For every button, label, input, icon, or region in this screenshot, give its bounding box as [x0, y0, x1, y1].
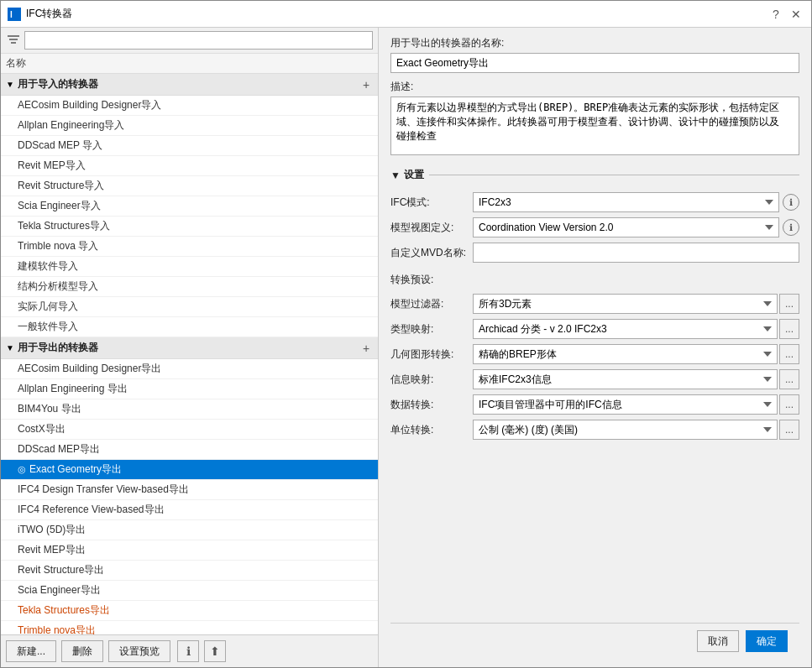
list-item[interactable]: Revit MEP导出 — [1, 540, 378, 561]
model-filter-more-button[interactable]: ... — [779, 294, 799, 314]
desc-textarea[interactable]: 所有元素以边界模型的方式导出(BREP)。BREP准确表达元素的实际形状，包括特… — [390, 97, 799, 155]
list-item[interactable]: AECosim Building Designer导出 — [1, 359, 378, 379]
dialog-footer: 取消 确定 — [390, 623, 799, 659]
list-item[interactable]: iTWO (5D)导出 — [1, 520, 378, 540]
left-bottom-toolbar: 新建... 删除 设置预览 ℹ ⬆ — [1, 634, 378, 667]
item-label: Allplan Engineering 导出 — [18, 382, 128, 396]
delete-button[interactable]: 删除 — [61, 640, 103, 662]
custom-mvd-input[interactable] — [473, 243, 799, 263]
model-view-label: 模型视图定义: — [390, 221, 466, 235]
list-item[interactable]: Revit Structure导入 — [1, 176, 378, 196]
item-label: Exact Geometry导出 — [29, 462, 122, 477]
type-mapping-row: 类型映射: Archicad 分类 - v 2.0 IFC2x3 ... — [390, 319, 799, 339]
list-item[interactable]: Allplan Engineering 导出 — [1, 379, 378, 399]
list-item[interactable]: Revit Structure导出 — [1, 561, 378, 581]
item-label: Trimble nova 导入 — [18, 239, 98, 253]
data-convert-row: 数据转换: IFC项目管理器中可用的IFC信息 ... — [390, 394, 799, 415]
model-filter-dropdown[interactable]: 所有3D元素 — [473, 294, 778, 314]
name-input[interactable] — [390, 53, 799, 73]
type-mapping-label: 类型映射: — [390, 322, 466, 337]
name-field-group: 用于导出的转换器的名称: — [390, 36, 799, 73]
list-item[interactable]: Revit MEP导入 — [1, 156, 378, 176]
list-item[interactable]: DDScad MEP导出 — [1, 440, 378, 460]
dialog-title: IFC转换器 — [26, 7, 72, 21]
data-convert-label: 数据转换: — [390, 398, 466, 412]
unit-convert-more-button[interactable]: ... — [779, 420, 799, 440]
convert-preset-label: 转换预设: — [390, 274, 433, 285]
item-label: IFC4 Reference View-based导出 — [18, 503, 165, 517]
unit-convert-row: 单位转换: 公制 (毫米) (度) (美国) ... — [390, 420, 799, 440]
item-label: Scia Engineer导出 — [18, 583, 101, 598]
export-bottom-button[interactable]: ⬆ — [204, 640, 226, 662]
geometry-row: 几何图形转换: 精确的BREP形体 ... — [390, 344, 799, 364]
item-label: 结构分析模型导入 — [18, 279, 98, 294]
ok-button[interactable]: 确定 — [746, 630, 788, 652]
list-item[interactable]: BIM4You 导出 — [1, 399, 378, 420]
list-item[interactable]: Scia Engineer导入 — [1, 196, 378, 217]
left-toolbar — [1, 28, 378, 54]
list-item[interactable]: IFC4 Design Transfer View-based导出 — [1, 480, 378, 500]
geometry-dropdown[interactable]: 精确的BREP形体 — [473, 344, 778, 364]
geometry-more-button[interactable]: ... — [779, 344, 799, 364]
model-view-row: 模型视图定义: Coordination View Version 2.0 ℹ — [390, 217, 799, 237]
close-button[interactable]: ✕ — [788, 6, 804, 23]
search-input[interactable] — [24, 31, 373, 50]
selected-item-icon: ◎ — [18, 464, 26, 475]
model-view-info-button[interactable]: ℹ — [783, 219, 799, 236]
item-label: Revit MEP导入 — [18, 159, 86, 173]
list-item-selected[interactable]: ◎ Exact Geometry导出 — [1, 460, 378, 480]
desc-field-group: 描述: 所有元素以边界模型的方式导出(BREP)。BREP准确表达元素的实际形状… — [390, 80, 799, 158]
data-convert-dropdown[interactable]: IFC项目管理器中可用的IFC信息 — [473, 394, 778, 415]
ifc-mode-row: IFC模式: IFC2x3 IFC4 ℹ — [390, 192, 799, 212]
export-chevron-icon: ▼ — [6, 343, 14, 352]
ifc-mode-info-button[interactable]: ℹ — [783, 194, 799, 211]
list-item[interactable]: Allplan Engineering导入 — [1, 116, 378, 136]
settings-label: 设置 — [404, 168, 424, 182]
item-label: Scia Engineer导入 — [18, 199, 101, 213]
set-preview-button[interactable]: 设置预览 — [108, 640, 170, 662]
unit-convert-label: 单位转换: — [390, 423, 466, 437]
list-item[interactable]: Trimble nova 导入 — [1, 237, 378, 257]
item-label: IFC4 Design Transfer View-based导出 — [18, 483, 189, 497]
type-mapping-more-button[interactable]: ... — [779, 319, 799, 339]
cancel-button[interactable]: 取消 — [697, 630, 739, 652]
info-bottom-button[interactable]: ℹ — [177, 640, 199, 662]
item-label: Allplan Engineering导入 — [18, 118, 124, 133]
ifc-mode-dropdown[interactable]: IFC2x3 IFC4 — [473, 192, 779, 212]
info-mapping-label: 信息映射: — [390, 373, 466, 387]
list-item[interactable]: Tekla Structures导入 — [1, 217, 378, 237]
item-label: AECosim Building Designer导出 — [18, 362, 161, 376]
new-button[interactable]: 新建... — [6, 640, 56, 662]
list-item[interactable]: DDScad MEP 导入 — [1, 136, 378, 156]
item-label: Revit Structure导入 — [18, 179, 104, 193]
unit-convert-dropdown[interactable]: 公制 (毫米) (度) (美国) — [473, 420, 778, 440]
list-item[interactable]: 实际几何导入 — [1, 297, 378, 317]
info-mapping-more-button[interactable]: ... — [779, 369, 799, 389]
type-mapping-dropdown[interactable]: Archicad 分类 - v 2.0 IFC2x3 — [473, 319, 778, 339]
list-item[interactable]: Trimble nova导出 — [1, 621, 378, 634]
tree-list[interactable]: ▼ 用于导入的转换器 + AECosim Building Designer导入… — [1, 74, 378, 634]
info-mapping-dropdown[interactable]: 标准IFC2x3信息 — [473, 369, 778, 389]
export-section-header[interactable]: ▼ 用于导出的转换器 + — [1, 337, 378, 359]
app-icon: I — [8, 8, 21, 21]
export-add-button[interactable]: + — [359, 342, 373, 355]
left-panel: 名称 ▼ 用于导入的转换器 + AECosim Building Designe… — [1, 28, 379, 667]
item-label: Revit Structure导出 — [18, 563, 104, 577]
data-convert-more-button[interactable]: ... — [779, 394, 799, 415]
list-item[interactable]: IFC4 Reference View-based导出 — [1, 500, 378, 520]
model-filter-label: 模型过滤器: — [390, 297, 466, 311]
list-item[interactable]: 建模软件导入 — [1, 257, 378, 277]
list-item[interactable]: AECosim Building Designer导入 — [1, 96, 378, 116]
list-item[interactable]: Scia Engineer导出 — [1, 581, 378, 601]
list-item[interactable]: 一般软件导入 — [1, 317, 378, 337]
list-item[interactable]: 结构分析模型导入 — [1, 277, 378, 297]
list-item[interactable]: Tekla Structures导出 — [1, 601, 378, 621]
import-section-header[interactable]: ▼ 用于导入的转换器 + — [1, 74, 378, 96]
model-view-dropdown[interactable]: Coordination View Version 2.0 — [473, 217, 779, 237]
list-item[interactable]: CostX导出 — [1, 420, 378, 440]
name-label: 用于导出的转换器的名称: — [390, 36, 799, 50]
help-button[interactable]: ? — [767, 6, 784, 23]
right-panel: 用于导出的转换器的名称: 描述: 所有元素以边界模型的方式导出(BREP)。BR… — [379, 28, 811, 667]
import-add-button[interactable]: + — [359, 78, 373, 91]
model-filter-row: 模型过滤器: 所有3D元素 ... — [390, 294, 799, 314]
